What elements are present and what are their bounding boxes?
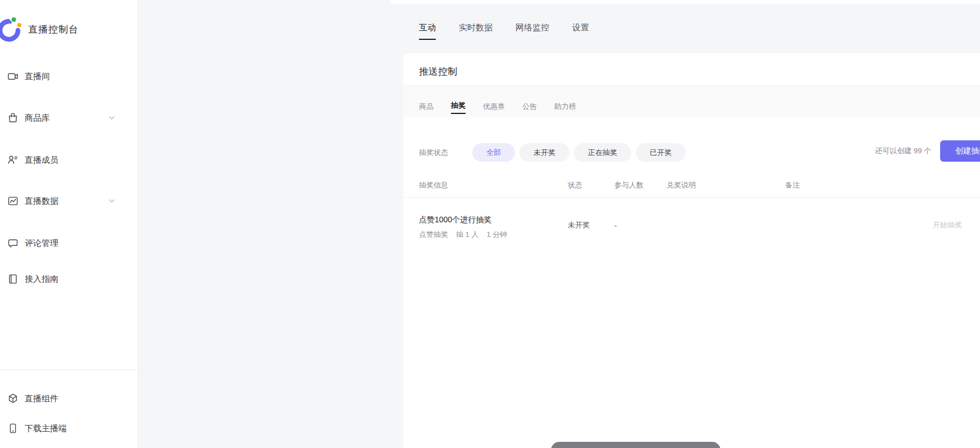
sidebar-item-label: 直播成员	[25, 155, 58, 166]
lottery-filter-row: 抽奖状态 全部 未开奖 正在抽奖 已开奖 还可以创建 99 个 创建抽奖	[403, 138, 980, 164]
lottery-status-label: 抽奖状态	[419, 143, 448, 162]
sidebar-item-label: 直播间	[25, 71, 50, 82]
sidebar-item-live-room[interactable]: 直播间	[0, 65, 138, 88]
push-type-tabs: 商品 抽奖 优惠券 公告 助力榜	[403, 85, 980, 117]
sidebar-item-live-components[interactable]: 直播组件	[0, 387, 138, 410]
sidebar-item-integration-guide[interactable]: 接入指南	[0, 268, 138, 290]
actions-cell: 开始抽奖 更多	[913, 198, 980, 253]
subtab-boost-rank[interactable]: 助力榜	[554, 102, 576, 114]
lottery-winner-count: 抽 1 人	[456, 230, 478, 240]
sidebar-item-download-anchor-app[interactable]: 下载主播端	[0, 417, 138, 440]
sidebar-item-label: 接入指南	[25, 274, 58, 285]
tab-realtime-data[interactable]: 实时数据	[459, 21, 493, 40]
column-header-lottery-info: 抽奖信息	[419, 173, 568, 198]
main-tabs: 互动 实时数据 网络监控 设置	[419, 21, 589, 40]
subtab-products[interactable]: 商品	[419, 102, 434, 114]
filter-pill-drawing[interactable]: 正在抽奖	[574, 143, 631, 162]
filter-pill-drawn[interactable]: 已开奖	[636, 143, 686, 162]
shopping-bag-icon	[7, 112, 19, 124]
live-console-page: 直播控制台 直播间 商品库	[0, 0, 980, 448]
data-chart-icon	[7, 195, 19, 207]
bottom-toast-pill	[551, 442, 721, 448]
remark-cell	[785, 198, 913, 253]
create-group: 还可以创建 99 个 创建抽奖	[875, 140, 980, 162]
lottery-title: 点赞1000个进行抽奖	[419, 214, 491, 225]
cube-icon	[7, 393, 19, 404]
sidebar-item-label: 直播组件	[25, 394, 58, 404]
video-camera-icon	[7, 71, 19, 82]
lottery-info-cell: 点赞1000个进行抽奖 点赞抽奖 抽 1 人 1 分钟	[419, 198, 568, 253]
sidebar-item-label: 直播数据	[25, 196, 58, 207]
column-header-status: 状态	[568, 173, 614, 198]
table-row: 点赞1000个进行抽奖 点赞抽奖 抽 1 人 1 分钟 未开奖 - 开始抽奖 更…	[403, 198, 980, 253]
sidebar-item-comment-management[interactable]: 评论管理	[0, 232, 138, 254]
subtab-lottery[interactable]: 抽奖	[451, 100, 466, 114]
sidebar-item-label: 商品库	[25, 113, 50, 124]
push-control-panel: 推送控制 商品 抽奖 优惠券 公告 助力榜 抽奖状态 全部 未开奖 正在抽奖 已…	[403, 53, 980, 448]
tab-network-monitor[interactable]: 网络监控	[516, 21, 549, 40]
chevron-down-icon[interactable]	[108, 114, 116, 122]
tab-settings[interactable]: 设置	[572, 21, 589, 40]
panel-title: 推送控制	[419, 65, 457, 79]
lottery-duration: 1 分钟	[486, 230, 507, 240]
lottery-type: 点赞抽奖	[419, 230, 448, 240]
subtab-coupons[interactable]: 优惠券	[483, 102, 505, 114]
remaining-quota-text: 还可以创建 99 个	[875, 146, 931, 156]
sidebar-item-product-library[interactable]: 商品库	[0, 107, 138, 129]
chevron-down-icon[interactable]	[108, 197, 116, 205]
content-area: 互动 实时数据 网络监控 设置 推送控制 商品 抽奖 优惠券 公告 助力榜 抽奖…	[138, 0, 980, 448]
column-header-actions: 操作	[913, 173, 980, 198]
scrolled-card-bottom-edge	[390, 0, 980, 4]
subtab-announcement[interactable]: 公告	[522, 102, 537, 114]
start-lottery-action[interactable]: 开始抽奖	[933, 220, 962, 230]
table-header-row: 抽奖信息 状态 参与人数 兑奖说明 备注 操作	[403, 173, 980, 198]
filter-pill-all[interactable]: 全部	[472, 143, 515, 162]
sidebar-item-live-members[interactable]: 直播成员	[0, 149, 138, 171]
column-header-participants: 参与人数	[614, 173, 667, 198]
app-logo-icon	[0, 16, 24, 43]
member-icon	[7, 154, 19, 166]
phone-icon	[7, 423, 19, 434]
column-header-remark: 备注	[785, 173, 913, 198]
status-filter-pills: 全部 未开奖 正在抽奖 已开奖	[472, 143, 686, 162]
filter-pill-not-drawn[interactable]: 未开奖	[519, 143, 569, 162]
sidebar-item-label: 评论管理	[25, 238, 58, 249]
sidebar-item-label: 下载主播端	[25, 423, 67, 434]
column-header-redeem-info: 兑奖说明	[667, 173, 785, 198]
create-lottery-button[interactable]: 创建抽奖	[940, 140, 980, 162]
sidebar: 直播控制台 直播间 商品库	[0, 0, 138, 448]
participants-cell: -	[614, 198, 667, 253]
comment-icon	[7, 237, 19, 249]
tab-interaction[interactable]: 互动	[419, 21, 436, 40]
lottery-subtitle: 点赞抽奖 抽 1 人 1 分钟	[419, 230, 507, 240]
sidebar-item-live-data[interactable]: 直播数据	[0, 190, 138, 212]
app-logo-block: 直播控制台	[0, 15, 79, 44]
app-title: 直播控制台	[28, 23, 79, 36]
status-cell: 未开奖	[568, 198, 614, 253]
sidebar-divider	[0, 369, 138, 370]
guide-book-icon	[7, 273, 19, 285]
redeem-cell	[667, 198, 785, 253]
